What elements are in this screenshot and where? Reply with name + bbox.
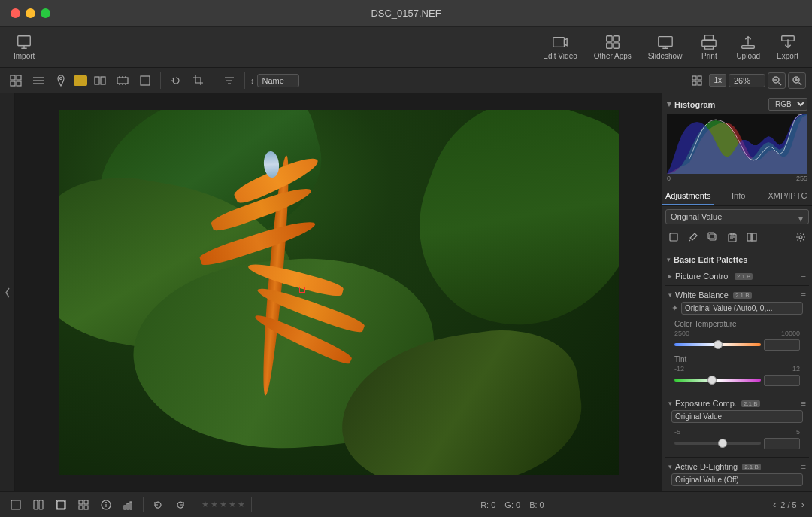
svg-rect-13	[11, 81, 15, 86]
tool-copy[interactable]	[704, 230, 721, 246]
left-panel-toggle[interactable]	[0, 93, 15, 491]
bottom-hist-btn[interactable]	[120, 498, 137, 512]
svg-rect-9	[742, 46, 755, 49]
basic-edit-header[interactable]: ▾ Basic Edit Palettes	[665, 252, 809, 267]
tint-value-field[interactable]: -3.94	[764, 375, 800, 386]
svg-rect-58	[84, 500, 88, 504]
import-button[interactable]: Import	[8, 31, 41, 63]
bottom-view-btn-3[interactable]	[53, 498, 69, 512]
minimize-button[interactable]	[26, 8, 35, 18]
b-value-display: B: 0	[529, 500, 544, 509]
svg-rect-54	[39, 500, 43, 509]
undo-button[interactable]	[150, 498, 166, 512]
zoom-out-button[interactable]	[768, 72, 786, 89]
tool-eyedropper[interactable]	[685, 230, 701, 246]
filter-button[interactable]	[220, 72, 239, 89]
color-temp-label: Color Temperature	[674, 320, 737, 328]
close-button[interactable]	[11, 8, 20, 18]
svg-rect-44	[708, 233, 714, 239]
bottom-view-btn-2[interactable]	[30, 498, 47, 512]
slideshow-button[interactable]: Slideshow	[642, 31, 689, 63]
second-toolbar: ↕ Name 1x 26%	[0, 68, 812, 93]
fit-view-button[interactable]	[687, 72, 707, 89]
d-lighting-arrow	[668, 463, 672, 470]
temp-min: 2500	[674, 330, 689, 337]
exposure-preset-select[interactable]: Original Value	[671, 410, 803, 423]
zoom-in-button[interactable]	[788, 72, 806, 89]
grid-view-button[interactable]	[6, 72, 26, 89]
filmstrip-button[interactable]	[113, 72, 132, 89]
temp-slider-container	[674, 339, 761, 351]
original-value-wrapper: Original Value ▾	[665, 209, 809, 229]
tab-xmp-iptc[interactable]: XMP/IPTC	[763, 187, 812, 205]
d-lighting-preset-wrapper: Original Value (Off)	[671, 473, 803, 486]
list-view-button[interactable]	[29, 72, 48, 89]
star-1[interactable]: ★	[201, 500, 209, 509]
redo-button[interactable]	[172, 498, 189, 512]
crop-button[interactable]	[189, 72, 208, 89]
exposure-comp-menu: ≡	[801, 399, 806, 408]
histogram-canvas	[667, 114, 807, 174]
tab-info[interactable]: Info	[714, 187, 763, 205]
compare-button[interactable]	[90, 72, 110, 89]
exposure-comp-header[interactable]: Exposure Comp. 2.1 B ≡	[668, 397, 806, 410]
star-4[interactable]: ★	[229, 500, 236, 509]
export-button[interactable]: Export	[771, 31, 804, 63]
histogram-labels: 0 255	[667, 175, 807, 182]
yellow-label-button[interactable]	[74, 75, 87, 86]
star-3[interactable]: ★	[220, 500, 227, 509]
svg-rect-11	[11, 75, 15, 80]
white-balance-menu: ≡	[801, 290, 806, 300]
tool-select[interactable]	[665, 230, 682, 246]
wb-preset-row: ✦ Original Value (Auto0, 0,...	[671, 302, 803, 315]
temp-value-field[interactable]: 3876	[764, 339, 800, 351]
sort-icon: ↕	[250, 76, 255, 85]
nav-next-button[interactable]: ›	[801, 499, 804, 510]
svg-rect-7	[705, 35, 714, 40]
white-balance-header[interactable]: White Balance 2.1 B ≡	[668, 288, 806, 302]
bottom-view-btn-1[interactable]	[8, 498, 24, 512]
zoom-select[interactable]: 26%	[729, 74, 765, 87]
exposure-value-field[interactable]: 0.00	[764, 438, 800, 449]
photo-display[interactable]	[59, 110, 619, 475]
tab-adjustments[interactable]: Adjustments	[662, 187, 714, 205]
svg-rect-43	[710, 234, 716, 240]
tool-settings[interactable]	[792, 230, 809, 246]
map-view-button[interactable]	[51, 72, 71, 89]
rotate-button[interactable]	[166, 72, 186, 89]
sort-select[interactable]: Name	[257, 74, 299, 87]
bottom-grid-btn[interactable]	[75, 498, 92, 512]
bottom-info-btn[interactable]	[98, 498, 114, 512]
upload-button[interactable]: Upload	[730, 31, 766, 63]
svg-rect-59	[79, 506, 83, 509]
svg-rect-49	[747, 233, 751, 241]
d-lighting-badge: 2.1 B	[742, 464, 761, 470]
star-2[interactable]: ★	[211, 500, 218, 509]
tool-paste[interactable]	[724, 230, 741, 246]
svg-rect-33	[698, 81, 701, 85]
svg-rect-2	[607, 36, 612, 41]
single-view-button[interactable]	[135, 72, 155, 89]
original-value-select[interactable]: Original Value	[665, 209, 809, 224]
nav-controls: ‹ 2 / 5 ›	[773, 499, 804, 510]
print-button[interactable]: Print	[692, 31, 726, 63]
histogram-channel-select[interactable]: RGB	[768, 98, 807, 111]
maximize-button[interactable]	[41, 8, 50, 18]
star-5[interactable]: ★	[238, 500, 245, 509]
wb-eyedropper-icon[interactable]: ✦	[671, 303, 678, 313]
tool-compare[interactable]	[744, 230, 760, 246]
edit-video-label: Edit Video	[543, 52, 577, 60]
exposure-slider-container	[674, 437, 761, 449]
wb-preset-select[interactable]: Original Value (Auto0, 0,...	[681, 302, 803, 315]
white-balance-section: White Balance 2.1 B ≡ ✦ Original Value (…	[665, 286, 809, 394]
other-apps-button[interactable]: Other Apps	[588, 31, 638, 63]
picture-control-menu: ≡	[801, 272, 806, 281]
d-lighting-preset-select[interactable]: Original Value (Off)	[671, 473, 803, 486]
nav-prev-button[interactable]: ‹	[773, 499, 776, 510]
edit-tools	[665, 229, 809, 248]
picture-control-header[interactable]: Picture Control 2.1 B ≡	[668, 269, 806, 283]
svg-rect-31	[698, 76, 701, 80]
window-controls	[11, 8, 50, 18]
edit-video-button[interactable]: Edit Video	[537, 31, 583, 63]
d-lighting-header[interactable]: Active D-Lighting 2.1 B ≡	[668, 460, 806, 473]
